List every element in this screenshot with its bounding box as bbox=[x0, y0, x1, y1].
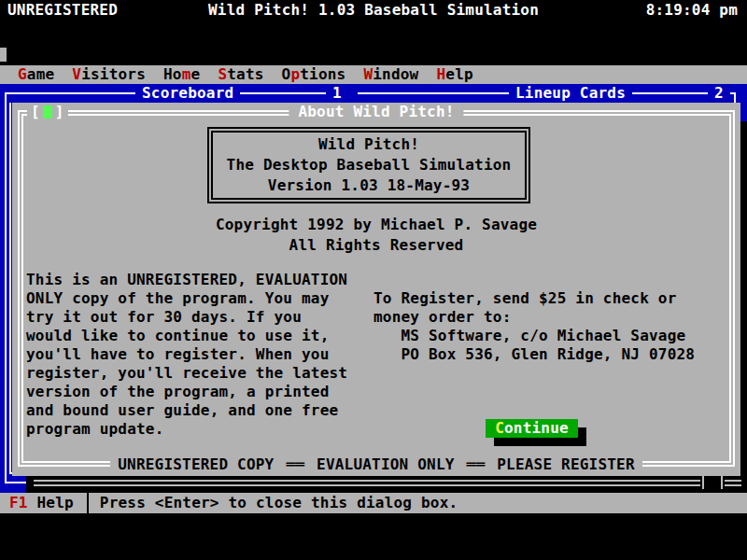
about-box: Wild Pitch! The Desktop Baseball Simulat… bbox=[207, 127, 530, 203]
copyright-line: Copyright 1992 by Michael P. Savage bbox=[12, 215, 740, 235]
evaluation-notice-line: try it out for 30 days. If you bbox=[26, 308, 347, 327]
evaluation-notice-line: version of the program, a printed bbox=[26, 383, 347, 401]
footer-evaluation-only: EVALUATION ONLY bbox=[309, 455, 462, 474]
evaluation-notice-line: and bound user guide, and one free bbox=[26, 401, 347, 420]
window-number-scoreboard[interactable]: 1 bbox=[326, 84, 348, 103]
footer-separator: ══ bbox=[462, 455, 490, 474]
registration-info-line: To Register, send $25 in check or bbox=[374, 289, 695, 308]
close-button[interactable]: [] bbox=[27, 103, 68, 121]
footer-please-register: PLEASE REGISTER bbox=[489, 455, 642, 474]
menu-item-window[interactable]: Window bbox=[363, 65, 418, 84]
dialog-footer: UNREGISTERED COPY ══ EVALUATION ONLY ══ … bbox=[12, 455, 740, 474]
close-icon bbox=[43, 105, 52, 119]
scoreboard-window-left-border bbox=[5, 92, 7, 483]
window-frame-remnant bbox=[34, 480, 700, 482]
evaluation-notice-line: program update. bbox=[26, 420, 347, 439]
copyright-block: Copyright 1992 by Michael P. Savage All … bbox=[12, 215, 740, 256]
f1-help-key[interactable]: F1 Help bbox=[9, 493, 74, 513]
menu-item-game[interactable]: Game bbox=[18, 65, 54, 84]
continue-button[interactable]: Continue bbox=[486, 419, 578, 438]
window-title-lineup-cards[interactable]: Lineup Cards bbox=[509, 84, 632, 103]
rights-line: All Rights Reserved bbox=[12, 235, 740, 256]
window-left-border-inner bbox=[9, 103, 11, 474]
evaluation-notice-line: would like to continue to use it, bbox=[26, 327, 347, 345]
about-dialog: [] About Wild Pitch! Wild Pitch! The Des… bbox=[12, 103, 740, 476]
product-name: Wild Pitch! bbox=[213, 134, 525, 155]
dialog-title: About Wild Pitch! bbox=[289, 103, 463, 121]
status-divider bbox=[87, 493, 89, 513]
menu-item-help[interactable]: Help bbox=[436, 65, 472, 84]
evaluation-notice-line: register, you'll receive the latest bbox=[26, 364, 347, 383]
menu-item-stats[interactable]: Stats bbox=[218, 65, 263, 84]
scoreboard-window-bottom-corner bbox=[5, 482, 26, 483]
clock-display: 8:19:04 pm bbox=[646, 0, 738, 21]
window-frame-remnant bbox=[725, 480, 741, 482]
window-title-scoreboard[interactable]: Scoreboard bbox=[135, 84, 240, 103]
window-frame-remnant bbox=[725, 484, 741, 486]
registration-address-line: PO Box 536, Glen Ridge, NJ 07028 bbox=[374, 345, 695, 364]
menu-item-options[interactable]: Options bbox=[282, 65, 346, 84]
window-frame-remnant bbox=[34, 484, 700, 486]
evaluation-notice-line: ONLY copy of the program. You may bbox=[26, 289, 347, 308]
evaluation-notice: This is an UNREGISTERED, EVALUATION ONLY… bbox=[26, 271, 347, 439]
dialog-shadow-right bbox=[740, 121, 747, 493]
product-version: Version 1.03 18-May-93 bbox=[213, 175, 525, 196]
window-frame-remnant bbox=[721, 476, 723, 489]
footer-unregistered-copy: UNREGISTERED COPY bbox=[110, 455, 281, 474]
evaluation-notice-line: you'll have to register. When you bbox=[26, 345, 347, 364]
registration-address-line: MS Software, c/o Michael Savage bbox=[374, 327, 695, 345]
menu-item-visitors[interactable]: Visitors bbox=[72, 65, 146, 84]
crt-screen: { "screen": { "title_bar": { "left": "UN… bbox=[0, 0, 747, 560]
window-frame-remnant bbox=[702, 476, 704, 489]
status-bar: F1 Help Press <Enter> to close this dial… bbox=[0, 493, 747, 513]
title-bar: UNREGISTERED Wild Pitch! 1.03 Baseball S… bbox=[0, 0, 747, 21]
registration-info: To Register, send $25 in check or money … bbox=[374, 289, 695, 364]
dialog-shadow-bottom bbox=[26, 476, 747, 493]
app-title: Wild Pitch! 1.03 Baseball Simulation bbox=[0, 0, 747, 21]
product-tagline: The Desktop Baseball Simulation bbox=[213, 155, 525, 175]
evaluation-notice-line: This is an UNREGISTERED, EVALUATION bbox=[26, 271, 347, 289]
footer-separator: ══ bbox=[281, 455, 309, 474]
menu-item-home[interactable]: Home bbox=[163, 65, 200, 84]
screen-artifact bbox=[0, 48, 7, 62]
registration-info-line: money order to: bbox=[374, 308, 695, 327]
menu-bar: Game Visitors Home Stats Options Window … bbox=[0, 65, 747, 84]
status-message: Press <Enter> to close this dialog box. bbox=[100, 493, 458, 513]
desktop: Scoreboard 1 Lineup Cards 2 [] About Wil… bbox=[0, 84, 747, 493]
window-number-lineup-cards[interactable]: 2 bbox=[708, 84, 730, 103]
